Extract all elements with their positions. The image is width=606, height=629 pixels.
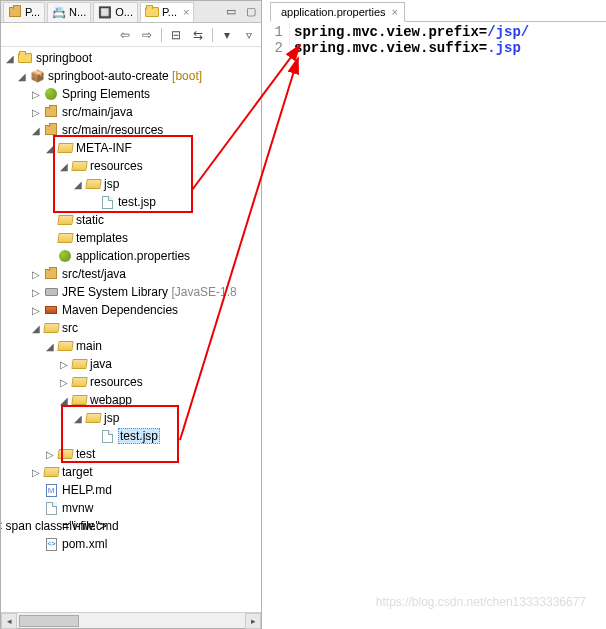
node-label: jsp — [104, 411, 119, 425]
view-tab-outline[interactable]: 🔲O... — [93, 2, 138, 22]
node-label: META-INF — [76, 141, 132, 155]
node-templates[interactable]: ▷templates — [1, 229, 261, 247]
maximize-icon[interactable]: ▢ — [243, 4, 259, 20]
node-label: mvnw — [62, 501, 93, 515]
node-label: src/main/resources — [62, 123, 163, 137]
scroll-thumb[interactable] — [19, 615, 79, 627]
project-explorer-panel: P... 📇N... 🔲O... P...× ▭ ▢ ⇦ ⇨ ⊟ ⇆ ▾ ▿ ◢… — [0, 0, 262, 629]
property-key: spring.mvc.view.suffix= — [294, 40, 487, 56]
node-label: mvnw.cmd — [62, 519, 119, 533]
node-maven-deps[interactable]: ▷Maven Dependencies — [1, 301, 261, 319]
tab-label: P... — [162, 6, 177, 18]
watermark-text: https://blog.csdn.net/chen13333336677 — [376, 595, 586, 609]
line-number: 1 — [270, 24, 290, 40]
editor-panel: application.properties × 1 spring.mvc.vi… — [270, 0, 606, 629]
editor-tab-application-properties[interactable]: application.properties × — [270, 2, 405, 22]
node-label: test — [76, 447, 95, 461]
node-label: test.jsp — [118, 428, 160, 444]
node-label: src/main/java — [62, 105, 133, 119]
node-jsp-2[interactable]: ◢jsp — [1, 409, 261, 427]
property-key: spring.mvc.view.prefix= — [294, 24, 487, 40]
node-label: webapp — [90, 393, 132, 407]
filter-icon[interactable]: ▾ — [219, 27, 235, 43]
view-menu-icon[interactable]: ▿ — [241, 27, 257, 43]
node-jre[interactable]: ▷JRE System Library [JavaSE-1.8 — [1, 283, 261, 301]
view-tab-navigator[interactable]: 📇N... — [47, 2, 91, 22]
node-label: Maven Dependencies — [62, 303, 178, 317]
collapse-all-icon[interactable]: ⊟ — [168, 27, 184, 43]
node-label: springboot — [36, 51, 92, 65]
project-tree[interactable]: ◢springboot ◢📦springboot-auto-create [bo… — [1, 47, 261, 612]
node-java[interactable]: ▷java — [1, 355, 261, 373]
node-meta-inf[interactable]: ◢META-INF — [1, 139, 261, 157]
editor-tab-bar: application.properties × — [270, 0, 606, 22]
scroll-left-icon[interactable]: ◂ — [1, 613, 17, 629]
node-test-jsp-1[interactable]: ▷test.jsp — [1, 193, 261, 211]
node-src-main-resources[interactable]: ◢src/main/resources — [1, 121, 261, 139]
node-label: springboot-auto-create — [48, 69, 169, 83]
node-label: Spring Elements — [62, 87, 150, 101]
forward-icon[interactable]: ⇨ — [139, 27, 155, 43]
node-main[interactable]: ◢main — [1, 337, 261, 355]
horizontal-scrollbar[interactable]: ◂ ▸ — [1, 612, 261, 628]
view-tab-package[interactable]: P... — [3, 2, 45, 22]
tab-label: P... — [25, 6, 40, 18]
node-jsp[interactable]: ◢jsp — [1, 175, 261, 193]
minimize-icon[interactable]: ▭ — [223, 4, 239, 20]
node-pom[interactable]: ▷pom.xml — [1, 535, 261, 553]
node-label: test.jsp — [118, 195, 156, 209]
close-icon[interactable]: × — [392, 6, 398, 18]
node-label: src — [62, 321, 78, 335]
explorer-toolbar: ⇦ ⇨ ⊟ ⇆ ▾ ▿ — [1, 23, 261, 47]
node-label: target — [62, 465, 93, 479]
tab-label: O... — [115, 6, 133, 18]
node-test[interactable]: ▷test — [1, 445, 261, 463]
close-icon[interactable]: × — [183, 6, 189, 18]
node-webapp[interactable]: ◢webapp — [1, 391, 261, 409]
property-value: .jsp — [487, 40, 521, 56]
node-target[interactable]: ▷target — [1, 463, 261, 481]
link-editor-icon[interactable]: ⇆ — [190, 27, 206, 43]
code-editor[interactable]: 1 spring.mvc.view.prefix=/jsp/ 2 spring.… — [270, 22, 606, 629]
node-src-test-java[interactable]: ▷src/test/java — [1, 265, 261, 283]
node-label: resources — [90, 375, 143, 389]
view-tab-bar: P... 📇N... 🔲O... P...× ▭ ▢ — [1, 1, 261, 23]
node-label: templates — [76, 231, 128, 245]
tab-label: N... — [69, 6, 86, 18]
node-app-props[interactable]: ▷application.properties — [1, 247, 261, 265]
node-label: static — [76, 213, 104, 227]
view-tab-project-explorer[interactable]: P...× — [140, 2, 195, 22]
line-number: 2 — [270, 40, 290, 56]
node-label: main — [76, 339, 102, 353]
node-decoration: [boot] — [172, 69, 202, 83]
node-root[interactable]: ◢springboot — [1, 49, 261, 67]
property-value: /jsp/ — [487, 24, 529, 40]
node-src-main-java[interactable]: ▷src/main/java — [1, 103, 261, 121]
node-label: java — [90, 357, 112, 371]
node-project[interactable]: ◢📦springboot-auto-create [boot] — [1, 67, 261, 85]
node-label: jsp — [104, 177, 119, 191]
node-mvnw[interactable]: ▷mvnw — [1, 499, 261, 517]
node-spring-elements[interactable]: ▷Spring Elements — [1, 85, 261, 103]
back-icon[interactable]: ⇦ — [117, 27, 133, 43]
node-label: JRE System Library — [62, 285, 168, 299]
node-label: pom.xml — [62, 537, 107, 551]
node-resources[interactable]: ◢resources — [1, 157, 261, 175]
node-src[interactable]: ◢src — [1, 319, 261, 337]
node-decoration: [JavaSE-1.8 — [171, 285, 236, 299]
node-label: HELP.md — [62, 483, 112, 497]
editor-tab-label: application.properties — [281, 6, 386, 18]
node-resources-2[interactable]: ▷resources — [1, 373, 261, 391]
node-static[interactable]: ▷static — [1, 211, 261, 229]
node-help[interactable]: ▷MHELP.md — [1, 481, 261, 499]
scroll-right-icon[interactable]: ▸ — [245, 613, 261, 629]
node-label: resources — [90, 159, 143, 173]
node-label: application.properties — [76, 249, 190, 263]
node-label: src/test/java — [62, 267, 126, 281]
node-mvnw-cmd[interactable]: ▷< span class="i-file">mvnw.cmd — [1, 517, 261, 535]
node-test-jsp-2[interactable]: ▷test.jsp — [1, 427, 261, 445]
